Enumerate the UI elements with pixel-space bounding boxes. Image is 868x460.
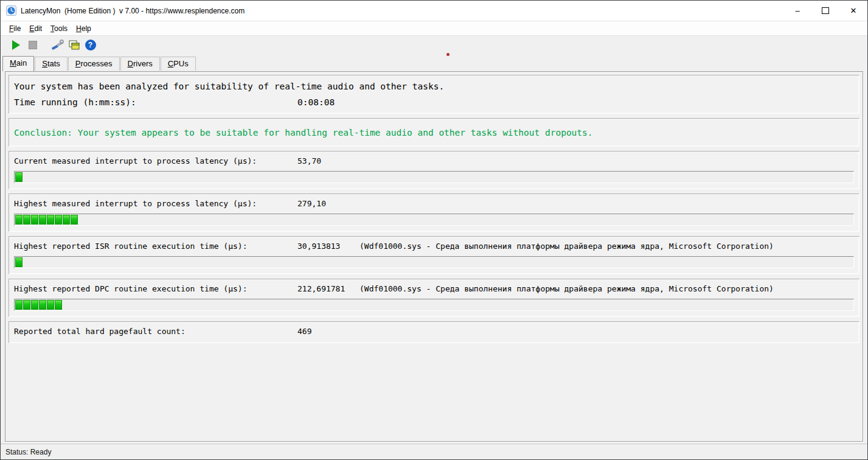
tools-icon <box>51 39 64 51</box>
window-title: LatencyMon (Home Edition ) v 7.00 - http… <box>21 7 245 15</box>
maximize-button[interactable] <box>811 1 839 21</box>
help-button[interactable]: ? <box>82 38 99 53</box>
bar-segment <box>31 215 38 225</box>
metric-isr-time: Highest reported ISR routine execution t… <box>9 236 859 274</box>
metric-value: 53,70 <box>297 156 359 167</box>
metric-label: Highest measured interrupt to process la… <box>14 198 297 209</box>
summary-box: Your system has been analyzed for suitab… <box>9 75 859 114</box>
options-button[interactable] <box>49 38 66 53</box>
bar-segment <box>15 172 23 182</box>
stop-icon <box>29 41 37 49</box>
bar-segment <box>47 300 54 310</box>
minimize-button[interactable]: – <box>783 1 811 21</box>
conclusion-box: Conclusion: Your system appears to be su… <box>9 118 859 147</box>
app-icon <box>6 5 16 16</box>
window-controls: – ✕ <box>783 1 867 21</box>
metric-value: 212,691781 <box>297 284 359 294</box>
bar-segment <box>55 300 62 310</box>
menu-edit[interactable]: Edit <box>25 23 46 35</box>
bar-segment <box>63 215 70 225</box>
metric-detail: (Wdf01000.sys - Среда выполнения платфор… <box>359 284 854 294</box>
metric-highest-latency: Highest measured interrupt to process la… <box>9 193 859 232</box>
red-dot <box>446 53 450 56</box>
menu-tools[interactable]: Tools <box>46 23 72 35</box>
titlebar: LatencyMon (Home Edition ) v 7.00 - http… <box>1 1 867 21</box>
metric-label: Highest reported ISR routine execution t… <box>14 241 297 252</box>
tab-drivers[interactable]: Drivers <box>120 57 160 71</box>
metric-label: Highest reported DPC routine execution t… <box>14 284 297 294</box>
metric-current-latency: Current measured interrupt to process la… <box>9 151 859 189</box>
tab-bar: Main Stats Processes Drivers CPUs <box>1 54 867 71</box>
metric-detail: (Wdf01000.sys - Среда выполнения платфор… <box>359 241 854 252</box>
status-bar: Status: Ready <box>1 444 867 459</box>
menu-help[interactable]: Help <box>72 23 95 35</box>
current-latency-bar <box>14 171 854 183</box>
tab-processes[interactable]: Processes <box>68 57 120 71</box>
toolbar: ? <box>1 35 867 54</box>
copy-report-button[interactable] <box>66 38 82 53</box>
bar-segment <box>23 300 30 310</box>
metric-label: Current measured interrupt to process la… <box>14 156 297 167</box>
isr-time-bar <box>14 256 854 268</box>
help-icon: ? <box>85 40 96 51</box>
status-text: Status: Ready <box>5 448 51 456</box>
bar-segment <box>71 215 78 225</box>
menubar: File Edit Tools Help <box>1 21 867 35</box>
metric-dpc-time: Highest reported DPC routine execution t… <box>9 279 859 317</box>
bar-segment <box>55 215 62 225</box>
highest-latency-bar <box>14 214 854 226</box>
metric-label: Reported total hard pagefault count: <box>14 326 297 337</box>
app-window: LatencyMon (Home Edition ) v 7.00 - http… <box>0 0 868 460</box>
tab-cpus[interactable]: CPUs <box>161 57 196 71</box>
bar-segment <box>15 257 23 267</box>
main-panel: Your system has been analyzed for suitab… <box>5 71 863 442</box>
start-button[interactable] <box>8 38 24 53</box>
metric-value: 469 <box>297 326 359 337</box>
metric-detail <box>359 326 854 337</box>
intro-text: Your system has been analyzed for suitab… <box>14 78 444 94</box>
metric-pagefault-count: Reported total hard pagefault count: 469 <box>9 321 859 343</box>
bar-segment <box>39 300 46 310</box>
tab-stats[interactable]: Stats <box>35 57 68 71</box>
bar-segment <box>23 215 30 225</box>
bar-segment <box>15 215 23 225</box>
bar-segment <box>15 300 23 310</box>
stop-button[interactable] <box>24 38 41 53</box>
time-running-value: 0:08:08 <box>297 94 359 110</box>
bar-segment <box>47 215 54 225</box>
metric-detail <box>359 156 854 167</box>
conclusion-text: Conclusion: Your system appears to be su… <box>14 128 593 138</box>
metric-value: 279,10 <box>297 198 359 209</box>
tab-main[interactable]: Main <box>2 56 34 71</box>
copy-report-icon <box>68 40 80 51</box>
metric-detail <box>359 198 854 209</box>
bar-segment <box>39 215 46 225</box>
dpc-time-bar <box>14 299 854 311</box>
metric-value: 30,913813 <box>297 241 359 252</box>
close-button[interactable]: ✕ <box>839 1 867 21</box>
time-running-label: Time running (h:mm:ss): <box>14 94 297 110</box>
menu-file[interactable]: File <box>5 23 25 35</box>
bar-segment <box>31 300 38 310</box>
maximize-icon <box>822 7 829 14</box>
play-icon <box>12 40 20 50</box>
